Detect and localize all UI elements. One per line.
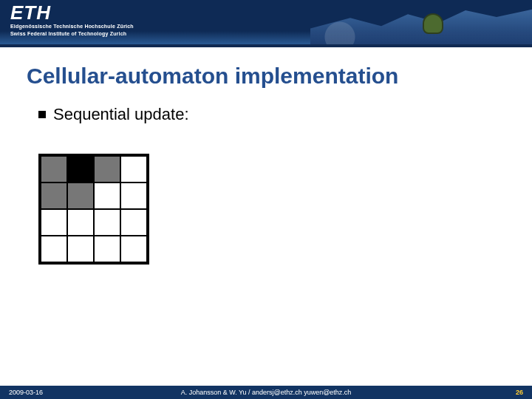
header-photo-strip: [310, 0, 532, 47]
slide-body: Sequential update:: [0, 92, 532, 279]
footer-bar: 2009-03-16 A. Johansson & W. Yu / anders…: [0, 386, 532, 399]
grid-row: [41, 183, 147, 209]
footer-authors: A. Johansson & W. Yu / andersj@ethz.ch y…: [181, 389, 352, 396]
grid-cell: [41, 236, 67, 262]
header-dome-icon: [423, 13, 443, 34]
grid-cell: [94, 183, 120, 209]
grid-cell: [41, 183, 67, 209]
slide: ETH Eidgenössische Technische Hochschule…: [0, 0, 532, 399]
grid-cell: [67, 156, 94, 183]
eth-logo: ETH Eidgenössische Technische Hochschule…: [10, 3, 134, 38]
slide-title: Cellular-automaton implementation: [27, 64, 505, 89]
title-area: Cellular-automaton implementation: [0, 53, 532, 92]
grid-row: [41, 156, 147, 183]
grid-row: [41, 236, 147, 262]
eth-logo-subtitle-1: Eidgenössische Technische Hochschule Zür…: [10, 24, 134, 30]
footer-page-number: 26: [516, 389, 523, 396]
grid-cell: [67, 183, 94, 209]
square-bullet-icon: [38, 111, 46, 118]
grid-cell: [94, 236, 120, 262]
grid-cell: [67, 236, 94, 262]
grid-cell: [120, 209, 147, 236]
header-band: ETH Eidgenössische Technische Hochschule…: [0, 0, 532, 47]
grid-cell: [41, 209, 67, 236]
bullet-item: Sequential update:: [38, 105, 494, 124]
footer-date: 2009-03-16: [9, 389, 43, 396]
grid-cell: [120, 236, 147, 262]
grid-cell: [94, 156, 120, 183]
grid-cell: [120, 156, 147, 183]
bullet-text: Sequential update:: [53, 105, 189, 124]
eth-logo-text: ETH: [10, 3, 134, 22]
eth-logo-subtitle-2: Swiss Federal Institute of Technology Zu…: [10, 31, 134, 37]
grid-cell: [67, 209, 94, 236]
grid-cell: [94, 209, 120, 236]
header-separator: [0, 47, 532, 53]
cellular-grid: [38, 154, 149, 265]
grid-cell: [41, 156, 67, 183]
grid-cell: [120, 183, 147, 209]
grid-row: [41, 209, 147, 236]
